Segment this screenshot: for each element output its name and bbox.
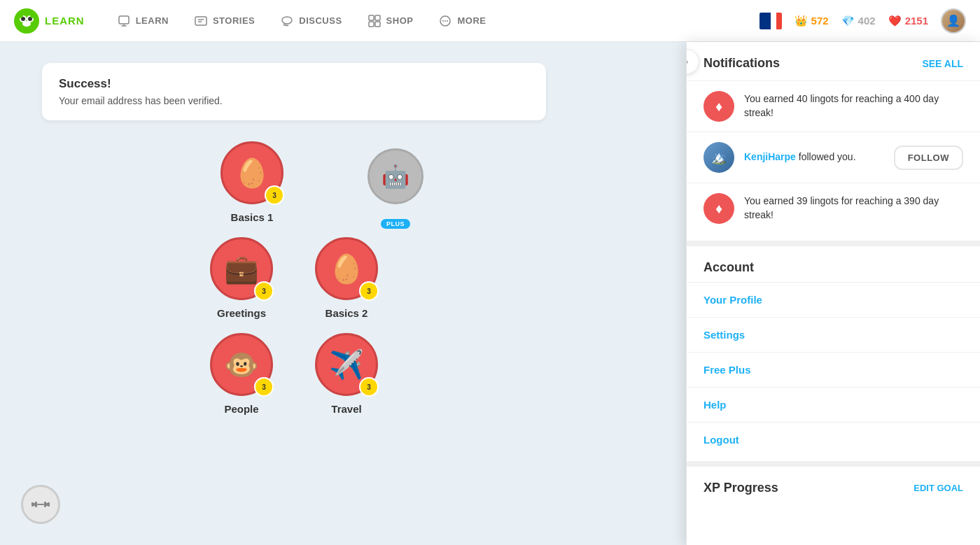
account-section: Account Your Profile Settings Free Plus … [687,241,980,457]
xp-progress-header: XP Progress EDIT GOAL [704,481,963,495]
notification-item-1: ♦ You earned 40 lingots for reaching a 4… [687,80,980,132]
success-text: Your email address has been verified. [59,95,529,106]
notification-item-3: ♦ You earned 39 lingots for reaching a 3… [687,183,980,234]
svg-point-6 [18,13,23,18]
shop-icon [368,14,382,28]
stories-icon [194,14,208,28]
dumbbell-icon [31,495,50,514]
lesson-circle-basics1[interactable]: 🥚 3 [220,141,284,204]
flag-blue [760,13,771,29]
notifications-title: Notifications [704,56,780,71]
nav-logo[interactable]: LEARN [14,8,85,34]
nav-item-learn[interactable]: LEARN [106,8,180,34]
lesson-unit-basics1: 🥚 3 Basics 1 [220,141,284,223]
svg-rect-26 [44,502,46,507]
nav-right: 👑 572 💎 402 ❤️ 2151 👤 [760,8,966,34]
nav-item-shop-label: SHOP [386,15,414,26]
lesson-name-travel: Travel [331,403,361,415]
svg-point-7 [30,13,36,18]
lesson-circle-people[interactable]: 🐵 3 [210,333,273,396]
lingot-notif-icon-3: ♦ [704,193,734,224]
lesson-unit-people: 🐵 3 People [210,333,273,415]
nav-items: LEARN STORIES DISCUSS SHOP MORE [106,8,760,34]
lesson-row-1: 🥚 3 Basics 1 🤖 PLUS [164,141,424,223]
lesson-unit-basics2: 🥚 3 Basics 2 [315,237,378,319]
svg-rect-28 [31,502,34,507]
account-link-profile[interactable]: Your Profile [687,282,980,317]
notification-item-2: 🏔️ KenjiHarpe followed you. FOLLOW [687,132,980,183]
gems-stat[interactable]: 💎 402 [841,15,876,27]
svg-rect-29 [48,502,50,507]
streak-value: 572 [811,15,829,27]
notif-text-1: You earned 40 lingots for reaching a 400… [744,92,963,120]
notif-avatar-2: 🏔️ [704,142,734,173]
crown-badge-basics2: 3 [359,281,379,301]
account-link-help[interactable]: Help [687,387,980,422]
svg-rect-15 [369,15,374,20]
nav-item-shop[interactable]: SHOP [356,8,425,34]
nav-item-more[interactable]: MORE [427,8,497,34]
plus-badge: PLUS [381,219,410,229]
follow-button[interactable]: FOLLOW [894,146,963,170]
flag-white [771,13,776,29]
notif-avatar-img-2: 🏔️ [704,142,734,173]
lingots-stat[interactable]: ❤️ 2151 [888,15,928,27]
lesson-circle-basics2[interactable]: 🥚 3 [315,237,378,300]
french-flag[interactable] [760,13,782,29]
xp-progress-title: XP Progress [704,481,778,495]
lesson-name-greetings: Greetings [217,307,266,319]
lingot-notif-icon-1: ♦ [704,91,734,122]
crown-badge-basics1: 3 [265,185,284,205]
notif-follow-text: followed you. [796,151,856,162]
success-banner: Success! Your email address has been ver… [42,63,546,120]
notifications-header: Notifications SEE ALL [687,42,980,80]
nav-item-learn-label: LEARN [136,15,169,26]
gem-icon: 💎 [841,15,855,27]
lesson-circle-travel[interactable]: ✈️ 3 [315,333,378,396]
xp-progress-section: XP Progress EDIT GOAL [687,461,980,518]
discuss-icon [280,14,294,28]
strength-button[interactable] [21,485,60,524]
svg-rect-16 [375,15,380,20]
follow-username[interactable]: KenjiHarpe [744,151,796,162]
crown-icon: 👑 [794,15,808,27]
lingots-value: 2151 [905,15,928,27]
lesson-circle-greetings[interactable]: 💼 3 [210,237,273,300]
lesson-row-2: 💼 3 Greetings 🥚 3 Basics 2 [210,237,378,319]
account-link-freeplus[interactable]: Free Plus [687,352,980,387]
svg-point-22 [447,20,448,22]
streak-stat[interactable]: 👑 572 [794,15,829,27]
user-avatar[interactable]: 👤 [941,8,966,34]
lesson-unit-greetings: 💼 3 Greetings [210,237,273,319]
nav-logo-text: LEARN [45,15,85,27]
account-title: Account [687,246,980,282]
svg-rect-27 [37,504,44,505]
lesson-name-basics1: Basics 1 [231,211,274,223]
nav-item-discuss[interactable]: DISCUSS [269,8,353,34]
lesson-grid: 🥚 3 Basics 1 🤖 PLUS 💼 3 [42,141,546,429]
svg-rect-25 [35,502,37,507]
plus-user-avatar: 🤖 PLUS [368,148,424,223]
svg-rect-8 [119,16,129,24]
account-link-settings[interactable]: Settings [687,317,980,352]
more-icon [438,14,452,28]
see-all-link[interactable]: SEE ALL [922,58,963,69]
account-link-logout[interactable]: Logout [687,422,980,457]
crown-badge-travel: 3 [359,377,379,397]
nav-item-more-label: MORE [457,15,486,26]
nav-item-discuss-label: DISCUSS [299,15,342,26]
lingot-icon: ❤️ [888,15,902,27]
nav-item-stories[interactable]: STORIES [183,8,266,34]
plus-circle[interactable]: 🤖 [368,148,424,204]
edit-goal-link[interactable]: EDIT GOAL [913,483,963,493]
lingot-icon-1: ♦ [715,99,722,115]
flag-red [776,13,782,29]
svg-point-5 [22,21,31,27]
svg-point-14 [282,17,292,24]
lesson-unit-travel: ✈️ 3 Travel [315,333,378,415]
svg-point-21 [444,20,446,22]
lingot-icon-3: ♦ [715,201,722,217]
navbar: LEARN LEARN STORIES DISCUSS SHOP MORE [0,0,980,42]
lesson-name-people: People [224,403,258,415]
svg-point-20 [442,20,444,22]
